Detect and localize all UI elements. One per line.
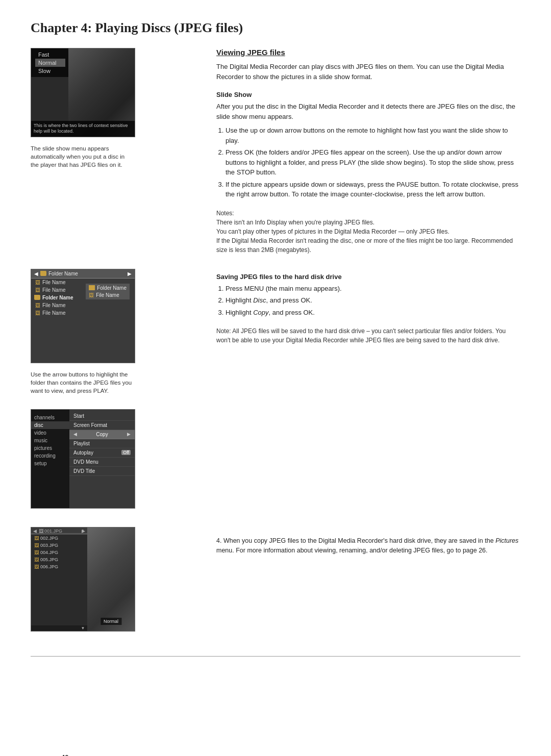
sidebar-recording: recording — [31, 452, 69, 460]
speed-normal: Normal — [35, 59, 65, 67]
right-col-top: Viewing JPEG files The Digital Media Rec… — [216, 48, 520, 255]
disc-italic: Disc — [253, 296, 266, 304]
copy-arrow-right: ▶ — [127, 432, 131, 437]
middle-section: ◀ Folder Name ▶ 🖼 File Name 🖼 File Name … — [31, 269, 520, 395]
page-wrapper: Chapter 4: Playing Discs (JPEG files) Fa… — [31, 20, 520, 756]
saving-step-3: Highlight Copy, and press OK. — [226, 308, 520, 318]
right-col-middle: Saving JPEG files to the hard disk drive… — [216, 273, 520, 395]
saving-title: Saving JPEG files to the hard disk drive — [216, 273, 520, 281]
viewing-step-1: Use the up or down arrow buttons on the … — [226, 125, 520, 145]
page-rule — [31, 656, 520, 657]
jpeg-mockup: ▲ ◀ 🖼 001.JPG ▶ 🖼 002.JPG 🖼 003.JPG — [31, 527, 135, 632]
file-name-2: File Name — [42, 287, 66, 293]
step-4-italic: Pictures — [495, 537, 518, 544]
notes-label: Notes: — [216, 210, 234, 217]
viewing-step-3: If the picture appears upside down or si… — [226, 180, 520, 199]
file-icon-004: 🖼 — [34, 550, 39, 555]
speed-menu: Fast Normal Slow — [31, 48, 69, 77]
jpeg-file-004: 🖼 004.JPG — [31, 549, 87, 556]
viewing-title: Viewing JPEG files — [216, 48, 520, 57]
speed-fast: Fast — [35, 51, 65, 59]
folder-icon-3 — [34, 295, 40, 300]
slide-show-intro: After you put the disc in the Digital Me… — [216, 102, 520, 121]
menu-sidebar: channels disc video music pictures recor… — [31, 410, 69, 508]
right-col-empty — [216, 409, 520, 513]
menu-start: Start — [69, 412, 135, 421]
note-2: You can't play other types of pictures i… — [216, 228, 449, 235]
left-col-menu: channels disc video music pictures recor… — [31, 409, 204, 513]
menu-dvd-menu: DVD Menu — [69, 458, 135, 467]
menu-main: Start Screen Format ◀ Copy ▶ Playlist Au — [69, 410, 135, 508]
mockup1-caption: The slide show menu appears automaticall… — [31, 144, 133, 169]
menu-mockup: channels disc video music pictures recor… — [31, 409, 135, 509]
viewing-intro: The Digital Media Recorder can play disc… — [216, 62, 520, 82]
file-icon-002: 🖼 — [34, 536, 39, 541]
file-name-4: File Name — [42, 303, 66, 308]
jpeg-preview: Normal — [87, 527, 135, 631]
folder-name-header: Folder Name — [48, 271, 78, 276]
sidebar-pictures: pictures — [31, 444, 69, 452]
arrow-right-icon: ▶ — [128, 271, 132, 276]
step-4-text: 4. When you copy JPEG files to the Digit… — [216, 536, 520, 556]
sidebar-video: video — [31, 429, 69, 437]
page-number: 40 — [61, 753, 68, 756]
mockup2-caption: Use the arrow buttons to highlight the f… — [31, 370, 133, 395]
note-1: There isn't an Info Display when you're … — [216, 219, 374, 226]
saving-steps: Press MENU (the main menu appears). High… — [226, 284, 520, 320]
file-icon-003: 🖼 — [34, 543, 39, 548]
saving-step-2: Highlight Disc, and press OK. — [226, 295, 520, 306]
right-col-bottom: 4. When you copy JPEG files to the Digit… — [216, 527, 520, 636]
note-3: If the Digital Media Recorder isn't read… — [216, 237, 513, 254]
extra-file-name: File Name — [96, 292, 119, 298]
left-col-top: Fast Normal Slow This is where the two l… — [31, 48, 204, 255]
arrow-left-icon: ◀ — [34, 271, 38, 276]
menu-mockup-row: channels disc video music pictures recor… — [31, 409, 520, 513]
viewing-step-2: Press OK (the folders and/or JPEG files … — [226, 147, 520, 178]
jpeg-normal-label: Normal — [101, 618, 121, 625]
copy-arrow-left: ◀ — [73, 432, 77, 437]
jpeg-file-002: 🖼 002.JPG — [31, 535, 87, 542]
folder-name-3: Folder Name — [42, 295, 73, 300]
jpeg-file-003: 🖼 003.JPG — [31, 542, 87, 549]
bottom-section: ▲ ◀ 🖼 001.JPG ▶ 🖼 002.JPG 🖼 003.JPG — [31, 527, 520, 636]
jpeg-file-list: ▲ ◀ 🖼 001.JPG ▶ 🖼 002.JPG 🖼 003.JPG — [31, 527, 87, 631]
file-icon-5: 🖼 — [35, 310, 40, 316]
sidebar-music: music — [31, 437, 69, 444]
menu-dvd-title: DVD Title — [69, 467, 135, 476]
folder-icon — [40, 271, 46, 276]
menu-autoplay: Autoplay Off — [69, 448, 135, 458]
left-col-middle: ◀ Folder Name ▶ 🖼 File Name 🖼 File Name … — [31, 269, 204, 395]
folder-row-5: 🖼 File Name — [31, 309, 135, 317]
chapter-title: Chapter 4: Playing Discs (JPEG files) — [31, 20, 520, 36]
saving-step-1: Press MENU (the main menu appears). — [226, 284, 520, 294]
left-col-bottom: ▲ ◀ 🖼 001.JPG ▶ 🖼 002.JPG 🖼 003.JPG — [31, 527, 204, 636]
copy-italic: Copy — [253, 309, 268, 316]
folder-header: ◀ Folder Name ▶ — [31, 269, 135, 279]
file-name-1: File Name — [42, 280, 66, 285]
file-icon-1: 🖼 — [35, 280, 40, 285]
menu-playlist: Playlist — [69, 439, 135, 448]
autoplay-off-badge: Off — [121, 450, 131, 455]
file-icon-005: 🖼 — [34, 557, 39, 562]
file-icon-006: 🖼 — [34, 564, 39, 569]
file-name-5: File Name — [42, 310, 66, 316]
folder-row-4: 🖼 File Name — [31, 301, 135, 309]
menu-copy: ◀ Copy ▶ — [69, 430, 135, 439]
top-section: Fast Normal Slow This is where the two l… — [31, 48, 520, 255]
jpeg-file-005: 🖼 005.JPG — [31, 556, 87, 563]
speed-help-bar: This is where the two lines of context s… — [31, 121, 135, 137]
speed-slow: Slow — [35, 67, 65, 75]
speed-mockup: Fast Normal Slow This is where the two l… — [31, 48, 135, 137]
notes-block: Notes: There isn't an Info Display when … — [216, 209, 520, 255]
sidebar-disc: disc — [31, 421, 69, 429]
viewing-steps: Use the up or down arrow buttons on the … — [226, 125, 520, 201]
step-4-after: menu. For more information about viewing… — [216, 547, 488, 554]
sidebar-setup: setup — [31, 460, 69, 467]
slide-show-subtitle: Slide Show — [216, 91, 520, 98]
menu-screen-format: Screen Format — [69, 421, 135, 430]
step-4-number: 4. — [216, 537, 221, 544]
jpeg-file-006: 🖼 006.JPG — [31, 563, 87, 570]
folder-mockup: ◀ Folder Name ▶ 🖼 File Name 🖼 File Name … — [31, 269, 135, 363]
extra-folder-name: Folder Name — [97, 285, 127, 291]
file-icon-4: 🖼 — [35, 303, 40, 308]
